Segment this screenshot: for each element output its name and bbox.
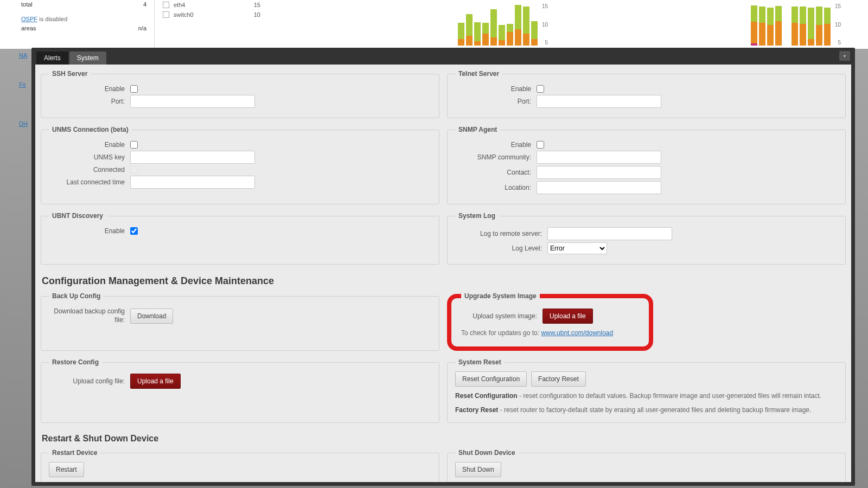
iface-checkbox[interactable] <box>163 2 169 8</box>
chart-2 <box>751 3 831 46</box>
tabbar: Alerts System ▾ <box>33 49 853 65</box>
row-value: 4 <box>143 1 146 8</box>
restart-fieldset: Restart Device Restart <box>41 449 439 482</box>
factory-reset-button[interactable]: Factory Reset <box>531 371 586 387</box>
unms-enable-label: Enable <box>49 141 130 149</box>
snmp-enable-checkbox[interactable] <box>537 141 544 149</box>
upload-config-button[interactable]: Upload a file <box>130 374 181 389</box>
syslog-level-select[interactable]: Error <box>547 242 607 254</box>
telnet-legend: Telnet Server <box>455 70 502 78</box>
charts-top: eth415 switch010 15105 15105 <box>157 0 852 49</box>
unms-last-input[interactable] <box>130 176 255 189</box>
ospf-status: is disabled <box>39 16 67 22</box>
chart-2-block: 15105 <box>559 0 852 49</box>
download-button[interactable]: Download <box>130 309 173 324</box>
restart-button[interactable]: Restart <box>49 462 84 477</box>
upgrade-fieldset: Upgrade System Image Upload system image… <box>447 292 653 351</box>
upgrade-legend: Upgrade System Image <box>461 292 540 300</box>
fir-link[interactable]: Fir <box>19 81 26 88</box>
iface-name: eth4 <box>174 2 185 8</box>
snmp-legend: SNMP Agent <box>455 126 500 133</box>
ssh-port-input[interactable] <box>130 95 255 108</box>
chart-1 <box>458 3 538 46</box>
syslog-legend: System Log <box>455 212 499 220</box>
iface-value: 15 <box>254 2 260 8</box>
telnet-enable-label: Enable <box>455 85 537 93</box>
backup-legend: Back Up Config <box>49 292 104 300</box>
syslog-remote-input[interactable] <box>547 227 672 240</box>
settings-panel: Alerts System ▾ SSH Server Enable Port: <box>31 48 855 486</box>
telnet-port-input[interactable] <box>537 95 661 108</box>
row-label: total <box>21 1 33 8</box>
ssh-port-label: Port: <box>49 98 130 105</box>
iface-list: eth415 switch010 <box>157 0 266 49</box>
panel-body: SSH Server Enable Port: Telnet Server En… <box>35 65 851 482</box>
upload-image-button[interactable]: Upload a file <box>542 309 593 324</box>
iface-name: switch0 <box>174 11 194 18</box>
download-link[interactable]: www.ubnt.com/download <box>541 329 613 337</box>
row-value: n/a <box>138 25 146 31</box>
shutdown-fieldset: Shut Down Device Shut Down <box>447 449 846 482</box>
syslog-fieldset: System Log Log to remote server: Log Lev… <box>447 212 846 265</box>
discovery-enable-label: Enable <box>49 227 130 235</box>
chart-1-yticks: 15105 <box>542 3 548 46</box>
iface-value: 10 <box>254 11 260 18</box>
unms-key-input[interactable] <box>130 151 255 164</box>
unms-key-label: UNMS key <box>49 153 130 161</box>
discovery-legend: UBNT Discovery <box>49 212 106 220</box>
chart-1-block: 15105 <box>266 0 559 49</box>
factory-reset-desc: Factory Reset - reset router to factory-… <box>455 405 838 415</box>
restart-legend: Restart Device <box>49 449 100 457</box>
unms-connected-checkbox <box>130 166 138 174</box>
syslog-remote-label: Log to remote server: <box>455 230 547 237</box>
reset-config-desc: Reset Configuration - reset configuratio… <box>455 391 838 401</box>
restore-label: Upload config file: <box>49 377 130 385</box>
reset-config-button[interactable]: Reset Configuration <box>455 371 527 387</box>
snmp-location-input[interactable] <box>537 181 661 194</box>
reset-fieldset: System Reset Reset Configuration Factory… <box>447 358 846 423</box>
tab-alerts[interactable]: Alerts <box>36 52 68 65</box>
snmp-enable-label: Enable <box>455 141 537 149</box>
nat-link[interactable]: NA <box>19 52 27 59</box>
restore-legend: Restore Config <box>49 358 102 366</box>
config-mgmt-heading: Configuration Management & Device Mainte… <box>42 275 846 287</box>
unms-fieldset: UNMS Connection (beta) Enable UNMS key C… <box>41 126 439 204</box>
upgrade-check-text: To check for updates go to: www.ubnt.com… <box>461 328 639 338</box>
chart-2-yticks: 15105 <box>835 3 841 46</box>
snmp-contact-label: Contact: <box>455 169 537 176</box>
unms-enable-checkbox[interactable] <box>130 141 138 149</box>
unms-connected-label: Connected <box>49 166 130 174</box>
snmp-community-label: SNMP community: <box>455 153 537 161</box>
upgrade-label: Upload system image: <box>461 312 542 320</box>
snmp-location-label: Location: <box>455 184 537 191</box>
discovery-enable-checkbox[interactable] <box>130 227 138 235</box>
snmp-fieldset: SNMP Agent Enable SNMP community: Contac… <box>447 126 846 204</box>
shutdown-button[interactable]: Shut Down <box>455 462 501 477</box>
syslog-level-label: Log Level: <box>455 245 547 252</box>
telnet-port-label: Port: <box>455 98 537 105</box>
discovery-fieldset: UBNT Discovery Enable <box>41 212 439 265</box>
unms-legend: UNMS Connection (beta) <box>49 126 132 133</box>
ssh-fieldset: SSH Server Enable Port: <box>41 70 439 118</box>
iface-checkbox[interactable] <box>163 11 169 18</box>
ssh-legend: SSH Server <box>49 70 91 78</box>
ospf-link[interactable]: OSPF <box>21 16 37 22</box>
snmp-contact-input[interactable] <box>537 166 661 179</box>
ssh-enable-checkbox[interactable] <box>130 85 138 93</box>
collapse-button[interactable]: ▾ <box>839 51 850 61</box>
backup-fieldset: Back Up Config Download backup config fi… <box>41 292 439 351</box>
tab-system[interactable]: System <box>69 52 106 65</box>
restore-fieldset: Restore Config Upload config file: Uploa… <box>41 358 439 423</box>
row-label: areas <box>21 25 36 31</box>
bg-top: total4 OSPF is disabled areasn/a eth415 … <box>0 0 868 49</box>
restart-heading: Restart & Shut Down Device <box>42 434 846 444</box>
telnet-fieldset: Telnet Server Enable Port: <box>447 70 846 118</box>
dh-link[interactable]: DH <box>19 120 28 127</box>
ssh-enable-label: Enable <box>49 85 130 93</box>
sidebar-bg: total4 OSPF is disabled areasn/a <box>14 0 155 49</box>
telnet-enable-checkbox[interactable] <box>537 85 544 93</box>
chevron-down-icon: ▾ <box>844 54 846 59</box>
reset-legend: System Reset <box>455 358 505 366</box>
backup-label: Download backup config file: <box>49 307 130 324</box>
snmp-community-input[interactable] <box>537 151 661 164</box>
